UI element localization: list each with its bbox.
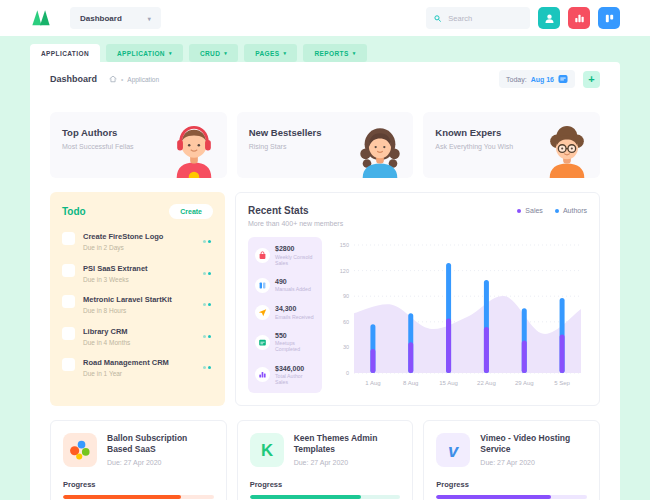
chevron-down-icon: ▾	[148, 15, 151, 22]
tab-reports-4[interactable]: REPORTS▾	[303, 44, 366, 62]
home-icon[interactable]	[109, 75, 117, 83]
stat-row: 550 Meetups Completed	[255, 332, 315, 353]
breadcrumb: Dashboard • Application Today: Aug 16 +	[30, 62, 620, 96]
app-logo-icon[interactable]	[30, 8, 52, 28]
todo-checkbox[interactable]	[62, 358, 75, 371]
todo-card: Todo Create Create FireStone Logo Due in…	[50, 192, 225, 406]
project-due-date: Due: 27 Apr 2020	[480, 459, 587, 466]
stats-panel: $2800 Weekly Consold Sales 490 Manuals A…	[248, 237, 322, 393]
svg-text:15 Aug: 15 Aug	[439, 380, 458, 386]
stat-label: Emails Received	[275, 314, 314, 320]
progress-bar	[63, 495, 214, 499]
book-icon	[258, 281, 267, 290]
more-options-icon[interactable]	[201, 301, 214, 308]
clover-logo-icon	[67, 437, 93, 463]
add-button[interactable]: +	[583, 71, 600, 88]
svg-text:90: 90	[343, 293, 349, 299]
recent-stats-chart: 15012090603001 Aug8 Aug15 Aug22 Aug29 Au…	[334, 237, 587, 389]
info-card-new-bestsellers[interactable]: New Bestsellers Rising Stars	[237, 112, 414, 178]
chart-legend: Sales Authors	[517, 205, 587, 214]
stat-label: Weekly Consold Sales	[275, 254, 315, 266]
project-card-vimeo[interactable]: v Vimeo - Video Hosting Service Due: 27 …	[423, 420, 600, 500]
tab-pages-3[interactable]: PAGES▾	[244, 44, 297, 62]
project-card-ballon[interactable]: Ballon Subscription Based SaaS Due: 27 A…	[50, 420, 227, 500]
stat-value: 550	[275, 332, 315, 339]
stat-value: $346,000	[275, 365, 315, 372]
today-label: Today:	[506, 76, 527, 83]
svg-text:0: 0	[346, 370, 349, 376]
todo-item: Library CRM Due in 4 Months	[62, 327, 213, 346]
tab-label: APPLICATION	[117, 50, 165, 57]
app-menu-dropdown[interactable]: Dashboard ▾	[70, 7, 161, 29]
todo-checkbox[interactable]	[62, 327, 75, 340]
vimeo-logo-icon: v	[440, 437, 466, 463]
todo-item-due: Due in 1 Year	[83, 370, 169, 377]
todo-checkbox[interactable]	[62, 232, 75, 245]
project-due-date: Due: 27 Apr 2020	[107, 459, 214, 466]
svg-text:60: 60	[343, 319, 349, 325]
stat-row: $346,000 Total Author Sales	[255, 365, 315, 386]
info-card-top-authors[interactable]: Top Authors Most Successful Fellas	[50, 112, 227, 178]
top-bar: Dashboard ▾	[0, 0, 650, 36]
columns-button[interactable]	[598, 7, 620, 29]
stat-row: $2800 Weekly Consold Sales	[255, 245, 315, 266]
svg-text:120: 120	[340, 268, 349, 274]
info-card-known-expers[interactable]: Known Expers Ask Everything You Wish	[423, 112, 600, 178]
today-date-chip[interactable]: Today: Aug 16	[499, 70, 575, 88]
svg-text:22 Aug: 22 Aug	[477, 380, 496, 386]
tab-bar: APPLICATIONAPPLICATION▾CRUD▾PAGES▾REPORT…	[0, 36, 650, 62]
more-options-icon[interactable]	[201, 270, 214, 277]
recent-stats-subtitle: More than 400+ new members	[248, 220, 343, 227]
progress-label: Progress	[436, 480, 587, 489]
search-input[interactable]	[446, 13, 522, 24]
todo-item: Metronic Laravel StartKit Due in 8 Hours	[62, 295, 213, 314]
stat-value: 34,300	[275, 305, 314, 312]
page-title: Dashboard	[50, 74, 97, 84]
more-options-icon[interactable]	[201, 364, 214, 371]
progress-bar-fill	[436, 495, 551, 499]
tab-application-0[interactable]: APPLICATION	[30, 44, 100, 62]
calendar-icon	[258, 338, 267, 347]
info-cards-row: Top Authors Most Successful Fellas New B…	[50, 112, 600, 178]
breadcrumb-path[interactable]: Application	[127, 76, 159, 83]
legend-item-authors: Authors	[555, 207, 587, 214]
search-box[interactable]	[426, 7, 530, 29]
project-title: Vimeo - Video Hosting Service	[480, 433, 587, 456]
svg-text:1 Aug: 1 Aug	[365, 380, 380, 386]
bar-chart-button[interactable]	[568, 7, 590, 29]
chevron-down-icon: ▾	[169, 50, 172, 56]
boy-with-headphones-avatar	[169, 122, 219, 178]
tab-application-1[interactable]: APPLICATION▾	[106, 44, 183, 62]
todo-checkbox[interactable]	[62, 295, 75, 308]
todo-checkbox[interactable]	[62, 264, 75, 277]
chart-bars-icon	[258, 370, 267, 379]
legend-dot	[517, 209, 521, 213]
user-button[interactable]	[538, 7, 560, 29]
svg-text:29 Aug: 29 Aug	[515, 380, 534, 386]
bag-icon	[258, 251, 267, 260]
project-card-keen[interactable]: K Keen Themes Admin Templates Due: 27 Ap…	[237, 420, 414, 500]
svg-text:30: 30	[343, 344, 349, 350]
main-container: Dashboard • Application Today: Aug 16 + …	[30, 62, 620, 500]
progress-label: Progress	[250, 480, 401, 489]
todo-title: Todo	[62, 206, 86, 217]
chevron-down-icon: ▾	[353, 50, 356, 56]
stat-value: 490	[275, 278, 311, 285]
todo-item: Create FireStone Logo Due in 2 Days	[62, 232, 213, 251]
girl-avatar	[355, 122, 405, 178]
stat-label: Manuals Added	[275, 286, 311, 292]
legend-label: Authors	[563, 207, 587, 214]
projects-row: Ballon Subscription Based SaaS Due: 27 A…	[50, 420, 600, 500]
more-options-icon[interactable]	[201, 238, 214, 245]
todo-list: Create FireStone Logo Due in 2 Days PSI …	[62, 232, 213, 377]
svg-text:5 Sep: 5 Sep	[554, 380, 570, 386]
svg-text:K: K	[261, 441, 273, 460]
tab-crud-2[interactable]: CRUD▾	[189, 44, 238, 62]
todo-item-due: Due in 4 Months	[83, 339, 130, 346]
chevron-down-icon: ▾	[224, 50, 227, 56]
svg-text:v: v	[448, 440, 460, 461]
create-button[interactable]: Create	[169, 204, 213, 219]
todo-item: Road Management CRM Due in 1 Year	[62, 358, 213, 377]
more-options-icon[interactable]	[201, 333, 214, 340]
columns-icon	[604, 13, 615, 24]
